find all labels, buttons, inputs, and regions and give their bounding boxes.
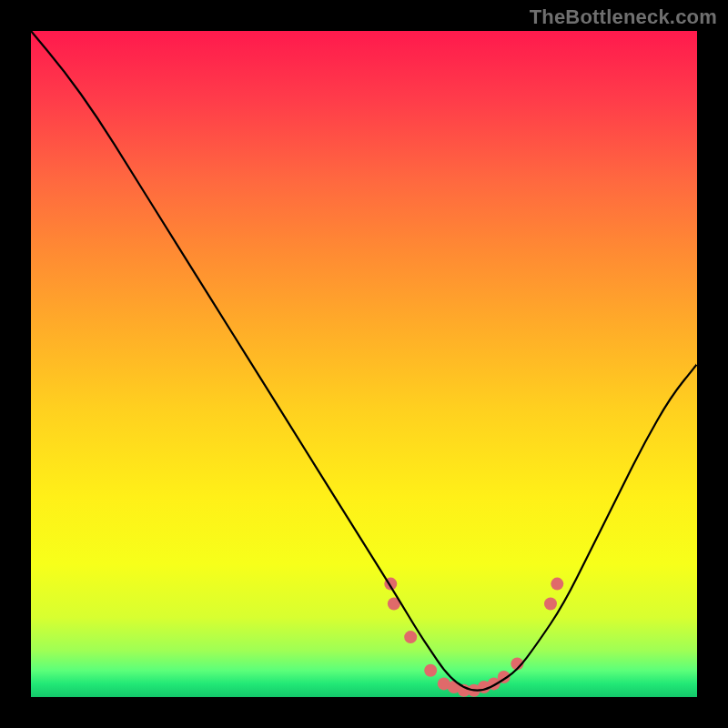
- bottleneck-curve: [31, 31, 697, 691]
- highlight-dot: [424, 664, 437, 677]
- marker-group: [384, 578, 563, 697]
- chart-frame: TheBottleneck.com: [0, 0, 728, 728]
- highlight-dot: [544, 598, 557, 611]
- curve-svg: [31, 31, 697, 697]
- highlight-dot: [404, 631, 417, 643]
- plot-area: [31, 31, 697, 697]
- highlight-dot: [551, 578, 563, 591]
- watermark-text: TheBottleneck.com: [530, 5, 717, 29]
